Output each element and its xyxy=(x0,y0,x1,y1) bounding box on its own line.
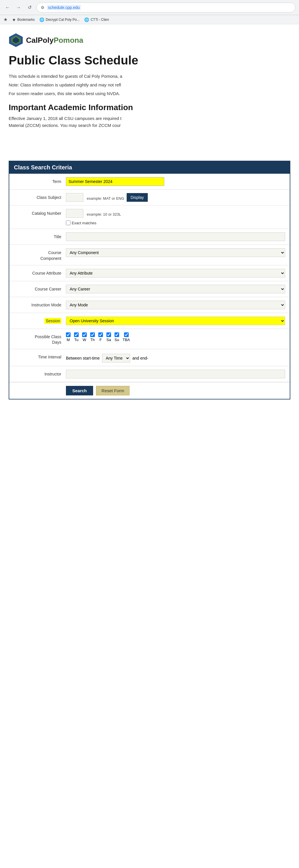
catalog-number-label: Catalog Number xyxy=(14,209,66,216)
forward-button[interactable]: → xyxy=(14,3,23,11)
term-label: Term xyxy=(14,177,66,185)
term-input[interactable] xyxy=(66,177,164,186)
time-interval-suffix: and end- xyxy=(132,356,148,361)
day-item-sa: Sa xyxy=(107,332,111,342)
day-checkbox-m[interactable] xyxy=(66,332,70,337)
possible-class-days-label: Possible ClassDays xyxy=(14,332,66,345)
day-item-w: W xyxy=(82,332,87,342)
search-criteria-header: Class Search Criteria xyxy=(9,161,290,174)
day-checkbox-tba[interactable] xyxy=(124,332,129,337)
title-input[interactable] xyxy=(66,232,285,241)
days-container: M Tu W Th xyxy=(66,332,130,342)
catalog-number-control: example: 10 or 323L Exact matches xyxy=(66,209,285,225)
day-item-f: F xyxy=(98,332,103,342)
day-label-tba: TBA xyxy=(123,338,130,342)
page-content: CalPolyPomona Public Class Schedule This… xyxy=(0,24,299,417)
class-subject-row: Class Subject example: MAT or ENG Displa… xyxy=(9,190,290,206)
time-interval-area: Between start-time Any Time and end- xyxy=(66,353,148,363)
term-control xyxy=(66,177,285,186)
catalog-number-input[interactable] xyxy=(66,209,83,218)
important-text: Effective January 1, 2018 all CSU campus… xyxy=(9,115,290,129)
instructor-control xyxy=(66,370,285,378)
possible-class-days-row: Possible ClassDays M Tu W xyxy=(9,329,290,349)
title-row: Title xyxy=(9,229,290,245)
description-block: This schedule is intended for guests of … xyxy=(9,73,290,97)
course-component-control: Any Component xyxy=(66,248,285,257)
time-interval-label: Time Interval xyxy=(14,353,66,360)
time-interval-row: Time Interval Between start-time Any Tim… xyxy=(9,349,290,366)
important-text-line1: Effective January 1, 2018 all CSU campus… xyxy=(9,115,290,122)
day-checkbox-su[interactable] xyxy=(115,332,119,337)
browser-chrome: ← → ↺ ⚙ schedule.cpp.edu xyxy=(0,0,299,15)
day-checkbox-w[interactable] xyxy=(82,332,87,337)
description-line3: For screen reader users, this site works… xyxy=(9,90,290,97)
search-criteria-container: Class Search Criteria Term Class Subject… xyxy=(9,161,290,399)
course-component-row: CourseComponent Any Component xyxy=(9,245,290,265)
class-subject-input[interactable] xyxy=(66,193,83,202)
time-interval-control: Between start-time Any Time and end- xyxy=(66,353,285,363)
course-career-label: Course Career xyxy=(14,285,66,292)
address-bar[interactable]: ⚙ schedule.cpp.edu xyxy=(36,3,296,12)
instruction-mode-row: Instruction Mode Any Mode xyxy=(9,297,290,313)
session-label-cell: Session xyxy=(14,316,66,324)
day-checkbox-tu[interactable] xyxy=(74,332,79,337)
time-interval-prefix: Between start-time xyxy=(66,356,100,361)
course-component-select[interactable]: Any Component xyxy=(66,248,285,257)
spacer xyxy=(9,137,290,161)
reload-button[interactable]: ↺ xyxy=(25,3,34,11)
bookmark-item-bookmarks[interactable]: ★ Bookmarks xyxy=(12,17,35,22)
catalog-number-example: example: 10 or 323L xyxy=(87,210,121,216)
search-button[interactable]: Search xyxy=(66,386,93,395)
term-row: Term xyxy=(9,174,290,190)
instruction-mode-label: Instruction Mode xyxy=(14,301,66,308)
instructor-input[interactable] xyxy=(66,370,285,378)
session-row: Session Open University Session xyxy=(9,313,290,329)
bookmark-globe-icon-1: 🌐 xyxy=(39,17,44,22)
bookmarks-bar: ★ ★ Bookmarks 🌐 Decrypt Cal Poly Po... 🌐… xyxy=(0,15,299,24)
course-career-control: Any Career xyxy=(66,285,285,293)
bookmark-star-icon: ★ xyxy=(12,17,16,22)
day-label-m: M xyxy=(67,338,70,342)
important-section: Important Academic Information Effective… xyxy=(9,103,290,129)
day-label-tu: Tu xyxy=(74,338,79,342)
instructor-label: Instructor xyxy=(14,370,66,377)
course-attribute-control: Any Attribute xyxy=(66,269,285,277)
back-button[interactable]: ← xyxy=(3,3,11,11)
course-career-row: Course Career Any Career xyxy=(9,281,290,297)
title-control xyxy=(66,232,285,241)
instruction-mode-select[interactable]: Any Mode xyxy=(66,301,285,309)
possible-class-days-control: M Tu W Th xyxy=(66,332,285,342)
exact-matches-label: Exact matches xyxy=(72,221,96,225)
display-button[interactable]: Display xyxy=(127,193,148,202)
day-checkbox-sa[interactable] xyxy=(107,332,111,337)
class-subject-control: example: MAT or ENG Display xyxy=(66,193,285,202)
course-career-select[interactable]: Any Career xyxy=(66,285,285,293)
logo-area: CalPolyPomona xyxy=(9,33,290,48)
description-line1: This schedule is intended for guests of … xyxy=(9,73,290,80)
session-select[interactable]: Open University Session xyxy=(66,316,285,325)
day-checkbox-th[interactable] xyxy=(90,332,95,337)
star-icon: ★ xyxy=(3,17,7,22)
page-title: Public Class Schedule xyxy=(9,53,290,68)
bookmark-item-ctti[interactable]: 🌐 CTTi - Clien xyxy=(84,17,109,22)
course-attribute-select[interactable]: Any Attribute xyxy=(66,269,285,277)
class-subject-example: example: MAT or ENG xyxy=(87,194,124,200)
logo-text: CalPolyPomona xyxy=(26,36,83,45)
day-label-th: Th xyxy=(90,338,95,342)
day-label-w: W xyxy=(83,338,86,342)
day-label-sa: Sa xyxy=(107,338,111,342)
day-label-f: F xyxy=(99,338,102,342)
course-attribute-row: Course Attribute Any Attribute xyxy=(9,265,290,281)
catalog-number-row: Catalog Number example: 10 or 323L Exact… xyxy=(9,206,290,229)
exact-matches-checkbox[interactable] xyxy=(66,221,70,225)
class-subject-label: Class Subject xyxy=(14,193,66,200)
day-checkbox-f[interactable] xyxy=(98,332,103,337)
day-item-su: Su xyxy=(115,332,119,342)
reset-form-button[interactable]: Reset Form xyxy=(96,386,129,395)
bookmark-globe-icon-2: 🌐 xyxy=(84,17,89,22)
instruction-mode-control: Any Mode xyxy=(66,301,285,309)
bookmark-item-decrypt[interactable]: 🌐 Decrypt Cal Poly Po... xyxy=(39,17,80,22)
security-icon: ⚙ xyxy=(41,5,44,10)
time-interval-select[interactable]: Any Time xyxy=(102,354,130,363)
day-item-m: M xyxy=(66,332,70,342)
